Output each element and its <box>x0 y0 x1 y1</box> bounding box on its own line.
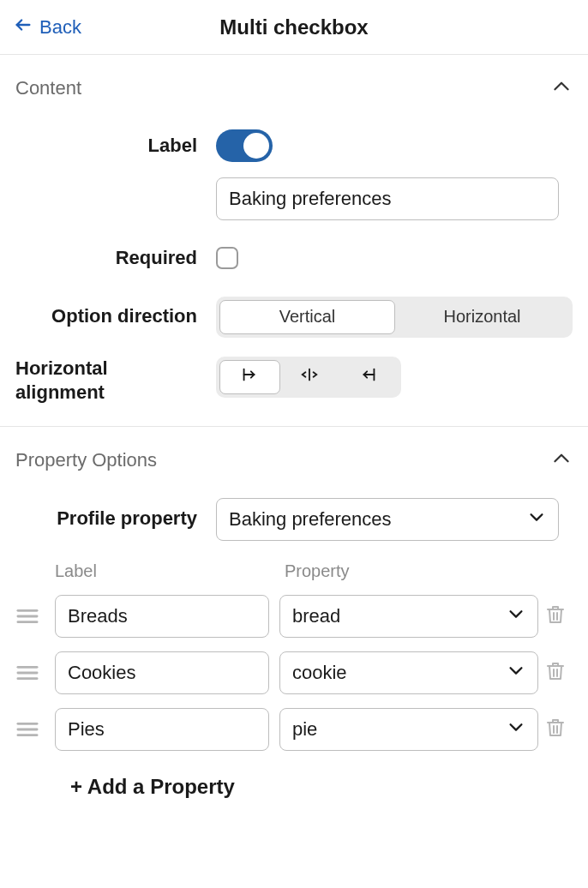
segment-vertical[interactable]: Vertical <box>219 300 395 334</box>
option-columns-header: Label Property <box>15 561 573 581</box>
toggle-knob <box>243 133 269 159</box>
column-label: Label <box>55 561 274 581</box>
arrow-left-icon <box>14 15 33 39</box>
label-toggle[interactable] <box>216 129 273 162</box>
add-property-label: + Add a Property <box>70 775 235 799</box>
horizontal-alignment-label: Horizontal alignment <box>15 357 216 405</box>
section-property-options: Property Options Profile property Baking… <box>0 427 588 799</box>
required-label: Required <box>15 246 216 271</box>
chevron-up-icon <box>550 75 573 101</box>
chevron-down-icon <box>507 661 525 685</box>
trash-icon <box>545 717 566 741</box>
column-property: Property <box>274 561 573 581</box>
add-property-button[interactable]: + Add a Property <box>55 775 573 799</box>
option-property-value: bread <box>292 605 340 627</box>
option-property-select[interactable]: pie <box>279 708 538 751</box>
label-label: Label <box>15 134 216 159</box>
option-direction-segmented: Vertical Horizontal <box>216 297 573 338</box>
align-center-icon <box>300 365 319 388</box>
chevron-up-icon <box>550 447 573 473</box>
label-input[interactable] <box>216 177 559 220</box>
section-content: Content Label Required <box>0 55 588 427</box>
align-right-icon <box>359 365 378 388</box>
drag-handle-icon[interactable] <box>15 664 55 681</box>
row-required: Required <box>15 246 573 271</box>
align-left-icon <box>240 365 259 388</box>
option-property-value: cookie <box>292 662 347 684</box>
segment-align-center[interactable] <box>280 360 339 394</box>
section-title: Content <box>15 77 81 99</box>
option-direction-label: Option direction <box>15 304 216 329</box>
option-label-input[interactable] <box>55 595 269 638</box>
delete-row-button[interactable] <box>538 661 573 685</box>
horizontal-alignment-segmented <box>216 357 401 398</box>
back-label: Back <box>39 16 81 39</box>
option-property-select[interactable]: bread <box>279 595 538 638</box>
chevron-down-icon <box>507 604 525 628</box>
option-row: cookie <box>15 651 573 694</box>
option-label-input[interactable] <box>55 708 269 751</box>
page-header: Back Multi checkbox <box>0 0 588 55</box>
profile-property-label: Profile property <box>15 507 216 531</box>
row-profile-property: Profile property Baking preferences <box>15 498 573 541</box>
section-header-property-options[interactable]: Property Options <box>0 427 588 491</box>
row-horizontal-alignment: Horizontal alignment <box>15 357 573 405</box>
profile-property-value: Baking preferences <box>229 508 392 531</box>
row-label-input <box>15 177 573 220</box>
row-option-direction: Option direction Vertical Horizontal <box>15 297 573 338</box>
page-title: Multi checkbox <box>219 15 368 39</box>
option-label-input[interactable] <box>55 651 269 694</box>
delete-row-button[interactable] <box>538 717 573 741</box>
chevron-down-icon <box>507 717 525 741</box>
segment-align-right[interactable] <box>339 360 398 394</box>
profile-property-select[interactable]: Baking preferences <box>216 498 559 541</box>
drag-handle-icon[interactable] <box>15 608 55 625</box>
option-property-value: pie <box>292 718 317 741</box>
delete-row-button[interactable] <box>538 604 573 628</box>
trash-icon <box>545 661 566 685</box>
segment-horizontal[interactable]: Horizontal <box>395 300 569 334</box>
option-row: bread <box>15 595 573 638</box>
back-button[interactable]: Back <box>14 15 81 39</box>
option-property-select[interactable]: cookie <box>279 651 538 694</box>
drag-handle-icon[interactable] <box>15 721 55 738</box>
option-row: pie <box>15 708 573 751</box>
trash-icon <box>545 604 566 628</box>
row-label-toggle: Label <box>15 129 573 162</box>
section-title: Property Options <box>15 449 157 471</box>
segment-align-left[interactable] <box>219 360 280 394</box>
section-header-content[interactable]: Content <box>0 55 588 119</box>
chevron-down-icon <box>527 507 546 531</box>
required-checkbox[interactable] <box>216 247 238 269</box>
